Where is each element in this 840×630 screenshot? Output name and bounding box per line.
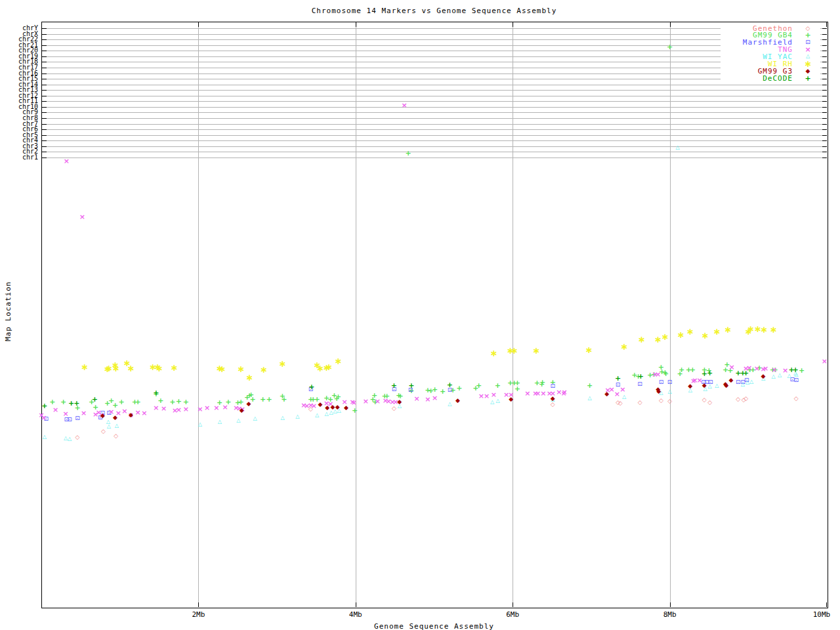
- data-point: ∗: [677, 330, 684, 339]
- gridline-x-2Mb: [198, 22, 199, 606]
- data-point: ×: [425, 396, 430, 403]
- data-point: +: [118, 398, 124, 406]
- data-point: ⊡: [667, 379, 673, 385]
- data-point: +: [679, 366, 684, 373]
- y-axis-tick-right: [822, 62, 827, 62]
- data-point: ∗: [585, 345, 593, 354]
- chart-title: Chromosome 14 Markers vs Genome Sequence…: [312, 7, 557, 15]
- data-point: △: [749, 379, 753, 385]
- data-point: ×: [197, 406, 203, 413]
- y-axis-tick-right: [822, 124, 827, 125]
- data-point: ×: [176, 406, 182, 413]
- y-axis-tick-right: [822, 146, 827, 147]
- legend-marker-x: ×: [805, 46, 810, 53]
- data-point: ◇: [659, 398, 663, 404]
- data-point: +: [335, 393, 341, 400]
- data-point: △: [675, 145, 679, 150]
- y-axis-tick-left: [42, 146, 47, 147]
- y-axis-tick-left: [42, 107, 47, 108]
- data-point: ∗: [713, 327, 721, 336]
- data-point: ∗: [81, 362, 89, 371]
- data-point: △: [622, 394, 626, 400]
- y-axis-tick-left: [42, 152, 47, 152]
- data-point: ×: [363, 398, 369, 405]
- data-point: ◆: [344, 405, 348, 411]
- data-point: +: [92, 396, 98, 403]
- data-point: +: [615, 375, 621, 382]
- data-point: +: [690, 366, 696, 373]
- y-axis-tick-right: [822, 28, 827, 29]
- y-axis-tick-right: [822, 101, 827, 102]
- y-axis-tick-left: [42, 62, 47, 62]
- data-point: ∗: [702, 331, 709, 340]
- data-point: ×: [414, 395, 420, 402]
- data-point: ◆: [325, 405, 329, 411]
- y-axis-tick-right: [822, 96, 827, 96]
- data-point: ⊡: [75, 415, 80, 421]
- chart-canvas: Chromosome 14 Markers vs Genome Sequence…: [0, 0, 840, 630]
- data-point: +: [476, 382, 482, 389]
- x-axis-tick-bottom: [513, 602, 513, 607]
- data-point: ×: [562, 388, 568, 396]
- data-point: ◇: [744, 396, 748, 402]
- data-point: +: [440, 388, 446, 395]
- data-point: +: [260, 396, 266, 403]
- data-point: ⊡: [794, 377, 799, 383]
- data-point: △: [490, 400, 494, 405]
- data-point: +: [663, 370, 669, 377]
- gridline-chromosome: [42, 85, 826, 85]
- data-point: ◇: [114, 433, 118, 439]
- data-point: ×: [729, 364, 735, 371]
- y-axis-tick-right: [822, 79, 827, 79]
- y-axis-tick-right: [822, 68, 827, 68]
- x-tick-label-8Mb: 8Mb: [663, 611, 677, 618]
- gridline-chromosome: [42, 96, 826, 96]
- data-point: ◇: [736, 396, 740, 402]
- plot-area: [41, 22, 828, 608]
- data-point: ∗: [156, 364, 163, 373]
- data-point: ×: [655, 371, 661, 378]
- gridline-chromosome: [42, 107, 826, 108]
- data-point: ∗: [112, 364, 120, 373]
- x-axis-tick-bottom: [198, 602, 199, 607]
- data-point: ×: [79, 213, 85, 220]
- x-tick-label-6Mb: 6Mb: [506, 611, 519, 618]
- data-point: ∗: [620, 342, 628, 351]
- data-point: ×: [375, 398, 381, 405]
- gridline-chromosome: [42, 158, 826, 158]
- data-point: ×: [491, 391, 497, 398]
- data-point: ×: [222, 404, 228, 411]
- y-axis-tick-right: [822, 56, 827, 57]
- data-point: +: [408, 382, 414, 389]
- y-axis-tick-left: [42, 101, 47, 102]
- data-point: +: [266, 396, 272, 403]
- y-axis-tick-right: [822, 158, 827, 158]
- data-point: +: [667, 43, 673, 51]
- x-tick-label-10Mb: 10Mb: [813, 611, 831, 618]
- gridline-chromosome: [42, 146, 826, 147]
- y-tick-label-chr1: chr1: [0, 154, 38, 161]
- y-axis-tick-right: [822, 107, 827, 108]
- data-point: ∗: [638, 335, 646, 344]
- data-point: ∗: [335, 356, 343, 366]
- data-point: ×: [141, 410, 147, 417]
- y-axis-tick-left: [42, 74, 47, 74]
- y-axis-tick-left: [42, 56, 47, 57]
- y-axis-tick-left: [42, 118, 47, 119]
- y-axis-tick-right: [822, 112, 827, 113]
- gridline-chromosome: [42, 124, 826, 125]
- data-point: ◇: [707, 400, 712, 406]
- data-point: △: [107, 424, 111, 429]
- data-point: +: [456, 385, 462, 392]
- data-point: △: [787, 373, 791, 379]
- data-point: ◆: [331, 404, 335, 410]
- data-point: ⊡: [550, 383, 555, 389]
- x-axis-tick-bottom: [670, 602, 671, 607]
- legend-marker-plus: +: [805, 75, 810, 82]
- data-point: +: [41, 402, 47, 410]
- data-point: +: [135, 398, 141, 406]
- data-point: ◆: [728, 377, 733, 383]
- gridline-chromosome: [42, 112, 826, 113]
- data-point: +: [447, 381, 453, 388]
- y-axis-label: Map Location: [4, 282, 12, 341]
